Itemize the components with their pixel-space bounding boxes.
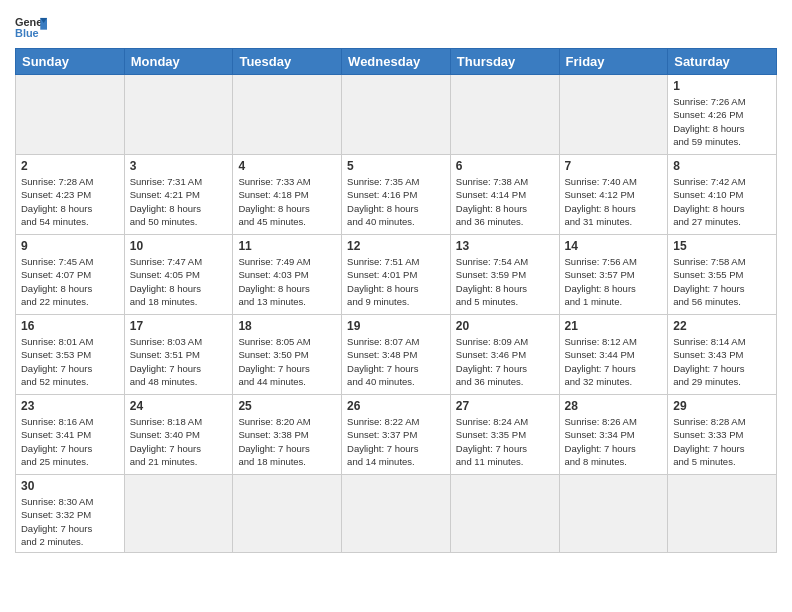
- day-info-line: Sunset: 4:01 PM: [347, 268, 445, 281]
- day-info-line: Sunrise: 8:07 AM: [347, 335, 445, 348]
- day-info-line: Daylight: 7 hours: [673, 362, 771, 375]
- day-info-line: Daylight: 8 hours: [21, 202, 119, 215]
- calendar-cell: [342, 75, 451, 155]
- day-header-tuesday: Tuesday: [233, 49, 342, 75]
- logo: General Blue: [15, 14, 47, 42]
- day-info-line: and 18 minutes.: [130, 295, 228, 308]
- calendar-cell: 23Sunrise: 8:16 AMSunset: 3:41 PMDayligh…: [16, 395, 125, 475]
- day-info-line: Daylight: 8 hours: [673, 202, 771, 215]
- day-number: 12: [347, 239, 445, 253]
- day-info-line: Daylight: 8 hours: [238, 202, 336, 215]
- day-info-line: Sunrise: 7:40 AM: [565, 175, 663, 188]
- day-info-line: Sunrise: 7:49 AM: [238, 255, 336, 268]
- day-info-line: Daylight: 8 hours: [130, 282, 228, 295]
- day-info-line: Daylight: 8 hours: [130, 202, 228, 215]
- day-info-line: Sunrise: 7:47 AM: [130, 255, 228, 268]
- day-number: 28: [565, 399, 663, 413]
- day-info-line: Sunrise: 8:20 AM: [238, 415, 336, 428]
- day-info-line: Sunset: 4:03 PM: [238, 268, 336, 281]
- day-info-line: and 22 minutes.: [21, 295, 119, 308]
- calendar-cell: [450, 75, 559, 155]
- calendar-cell: 13Sunrise: 7:54 AMSunset: 3:59 PMDayligh…: [450, 235, 559, 315]
- day-info-line: Sunrise: 8:28 AM: [673, 415, 771, 428]
- calendar-cell: 21Sunrise: 8:12 AMSunset: 3:44 PMDayligh…: [559, 315, 668, 395]
- day-number: 21: [565, 319, 663, 333]
- logo-icon: General Blue: [15, 14, 47, 42]
- day-info-line: Sunrise: 8:03 AM: [130, 335, 228, 348]
- day-info-line: Daylight: 8 hours: [347, 282, 445, 295]
- day-info-line: Sunrise: 8:18 AM: [130, 415, 228, 428]
- day-number: 30: [21, 479, 119, 493]
- day-info-line: Sunset: 4:26 PM: [673, 108, 771, 121]
- day-info-line: and 50 minutes.: [130, 215, 228, 228]
- page-header: General Blue: [15, 10, 777, 42]
- week-row-6: 30Sunrise: 8:30 AMSunset: 3:32 PMDayligh…: [16, 475, 777, 553]
- day-info-line: Daylight: 7 hours: [347, 442, 445, 455]
- day-number: 14: [565, 239, 663, 253]
- day-number: 4: [238, 159, 336, 173]
- day-info-line: Sunrise: 7:42 AM: [673, 175, 771, 188]
- day-number: 11: [238, 239, 336, 253]
- calendar-cell: 12Sunrise: 7:51 AMSunset: 4:01 PMDayligh…: [342, 235, 451, 315]
- day-header-wednesday: Wednesday: [342, 49, 451, 75]
- calendar-cell: 7Sunrise: 7:40 AMSunset: 4:12 PMDaylight…: [559, 155, 668, 235]
- calendar-cell: 30Sunrise: 8:30 AMSunset: 3:32 PMDayligh…: [16, 475, 125, 553]
- svg-text:Blue: Blue: [15, 27, 39, 39]
- day-info-line: and 29 minutes.: [673, 375, 771, 388]
- calendar-cell: 28Sunrise: 8:26 AMSunset: 3:34 PMDayligh…: [559, 395, 668, 475]
- day-info-line: Sunrise: 8:14 AM: [673, 335, 771, 348]
- day-info-line: Daylight: 7 hours: [21, 522, 119, 535]
- calendar-cell: 20Sunrise: 8:09 AMSunset: 3:46 PMDayligh…: [450, 315, 559, 395]
- day-number: 1: [673, 79, 771, 93]
- calendar-cell: [124, 75, 233, 155]
- day-info-line: Sunrise: 7:54 AM: [456, 255, 554, 268]
- day-info-line: Daylight: 7 hours: [673, 442, 771, 455]
- calendar-cell: [233, 75, 342, 155]
- calendar-cell: 14Sunrise: 7:56 AMSunset: 3:57 PMDayligh…: [559, 235, 668, 315]
- day-info-line: Sunset: 3:55 PM: [673, 268, 771, 281]
- day-header-saturday: Saturday: [668, 49, 777, 75]
- calendar-cell: [342, 475, 451, 553]
- day-info-line: Sunset: 4:21 PM: [130, 188, 228, 201]
- day-info-line: Sunrise: 7:56 AM: [565, 255, 663, 268]
- day-info-line: Daylight: 8 hours: [21, 282, 119, 295]
- day-info-line: Daylight: 8 hours: [456, 282, 554, 295]
- day-number: 15: [673, 239, 771, 253]
- day-info-line: Daylight: 7 hours: [565, 362, 663, 375]
- day-info-line: and 5 minutes.: [456, 295, 554, 308]
- calendar-cell: 6Sunrise: 7:38 AMSunset: 4:14 PMDaylight…: [450, 155, 559, 235]
- calendar-cell: [559, 75, 668, 155]
- day-info-line: Sunrise: 8:22 AM: [347, 415, 445, 428]
- day-info-line: Sunset: 3:59 PM: [456, 268, 554, 281]
- day-info-line: and 27 minutes.: [673, 215, 771, 228]
- day-info-line: Sunset: 3:40 PM: [130, 428, 228, 441]
- day-info-line: and 13 minutes.: [238, 295, 336, 308]
- day-info-line: Sunset: 4:16 PM: [347, 188, 445, 201]
- calendar-cell: [450, 475, 559, 553]
- day-info-line: Sunset: 4:23 PM: [21, 188, 119, 201]
- day-info-line: Sunrise: 7:28 AM: [21, 175, 119, 188]
- calendar-cell: 3Sunrise: 7:31 AMSunset: 4:21 PMDaylight…: [124, 155, 233, 235]
- calendar-cell: 22Sunrise: 8:14 AMSunset: 3:43 PMDayligh…: [668, 315, 777, 395]
- day-info-line: Sunrise: 8:01 AM: [21, 335, 119, 348]
- day-info-line: Sunrise: 7:58 AM: [673, 255, 771, 268]
- day-info-line: Sunrise: 8:24 AM: [456, 415, 554, 428]
- day-info-line: Sunrise: 8:30 AM: [21, 495, 119, 508]
- day-info-line: and 31 minutes.: [565, 215, 663, 228]
- day-info-line: Sunrise: 7:31 AM: [130, 175, 228, 188]
- day-number: 13: [456, 239, 554, 253]
- calendar-cell: 26Sunrise: 8:22 AMSunset: 3:37 PMDayligh…: [342, 395, 451, 475]
- day-info-line: and 56 minutes.: [673, 295, 771, 308]
- day-info-line: Sunset: 3:41 PM: [21, 428, 119, 441]
- day-info-line: Daylight: 7 hours: [21, 362, 119, 375]
- day-info-line: and 2 minutes.: [21, 535, 119, 548]
- day-number: 24: [130, 399, 228, 413]
- week-row-5: 23Sunrise: 8:16 AMSunset: 3:41 PMDayligh…: [16, 395, 777, 475]
- day-header-sunday: Sunday: [16, 49, 125, 75]
- day-info-line: Sunrise: 7:51 AM: [347, 255, 445, 268]
- week-row-2: 2Sunrise: 7:28 AMSunset: 4:23 PMDaylight…: [16, 155, 777, 235]
- calendar-cell: 10Sunrise: 7:47 AMSunset: 4:05 PMDayligh…: [124, 235, 233, 315]
- day-info-line: and 8 minutes.: [565, 455, 663, 468]
- day-info-line: and 14 minutes.: [347, 455, 445, 468]
- day-info-line: Sunset: 3:48 PM: [347, 348, 445, 361]
